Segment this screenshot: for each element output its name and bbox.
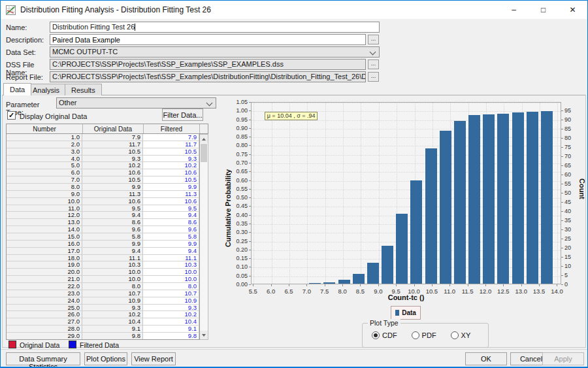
original-data-cell[interactable]: 9.4 bbox=[82, 212, 143, 218]
filtered-cell[interactable]: 8.0 bbox=[143, 283, 199, 290]
original-data-cell[interactable]: 10.6 bbox=[82, 169, 143, 176]
table-row[interactable]: 2.011.711.7 bbox=[7, 141, 199, 148]
number-cell[interactable]: 28.0 bbox=[7, 326, 82, 332]
number-cell[interactable]: 23.0 bbox=[7, 290, 82, 297]
number-cell[interactable]: 5.0 bbox=[7, 162, 82, 169]
table-row[interactable]: 1.07.97.9 bbox=[7, 134, 199, 141]
number-cell[interactable]: 14.0 bbox=[7, 226, 82, 233]
scroll-down-button[interactable] bbox=[200, 331, 208, 339]
filtered-cell[interactable]: 9.6 bbox=[143, 226, 199, 233]
table-row[interactable]: 16.09.99.9 bbox=[7, 241, 199, 248]
table-row[interactable]: 13.08.68.6 bbox=[7, 219, 199, 226]
number-cell[interactable]: 18.0 bbox=[7, 255, 82, 261]
original-data-cell[interactable]: 9.1 bbox=[82, 326, 143, 332]
original-data-cell[interactable]: 11.1 bbox=[82, 255, 143, 261]
number-cell[interactable]: 4.0 bbox=[7, 156, 82, 162]
original-data-cell[interactable]: 8.0 bbox=[82, 283, 143, 290]
filtered-cell[interactable]: 10.5 bbox=[143, 176, 199, 183]
table-row[interactable]: 21.010.010.0 bbox=[7, 276, 199, 283]
number-cell[interactable]: 25.0 bbox=[7, 305, 82, 311]
table-row[interactable]: 29.09.89.8 bbox=[7, 333, 199, 340]
plot-type-radio-pdf[interactable]: PDF bbox=[412, 331, 436, 339]
filtered-cell[interactable]: 10.6 bbox=[143, 169, 199, 176]
number-cell[interactable]: 27.0 bbox=[7, 318, 82, 325]
table-row[interactable]: 11.09.59.5 bbox=[7, 205, 199, 212]
filtered-cell[interactable]: 9.5 bbox=[143, 205, 199, 212]
table-row[interactable]: 7.010.510.5 bbox=[7, 176, 199, 184]
original-data-cell[interactable]: 10.3 bbox=[82, 261, 143, 268]
table-row[interactable]: 26.010.210.2 bbox=[7, 311, 199, 318]
original-data-cell[interactable]: 9.6 bbox=[82, 226, 143, 233]
number-cell[interactable]: 9.0 bbox=[7, 191, 82, 197]
number-cell[interactable]: 16.0 bbox=[7, 241, 82, 247]
filtered-cell[interactable]: 9.1 bbox=[143, 326, 199, 332]
filtered-cell[interactable]: 11.7 bbox=[143, 141, 199, 148]
filtered-cell[interactable]: 10.6 bbox=[143, 198, 199, 205]
original-data-cell[interactable]: 9.3 bbox=[82, 305, 143, 311]
view-report-button[interactable]: View Report bbox=[131, 352, 176, 365]
filtered-cell[interactable]: 11.3 bbox=[143, 191, 199, 197]
filtered-cell[interactable]: 11.1 bbox=[143, 255, 199, 261]
table-row[interactable]: 28.09.19.1 bbox=[7, 326, 199, 333]
filtered-cell[interactable]: 9.4 bbox=[143, 212, 199, 218]
table-row[interactable]: 22.08.08.0 bbox=[7, 283, 199, 290]
description-browse-button[interactable]: ... bbox=[368, 35, 379, 44]
scroll-up-button[interactable] bbox=[200, 135, 208, 143]
filtered-cell[interactable]: 10.7 bbox=[143, 290, 199, 297]
number-cell[interactable]: 2.0 bbox=[7, 141, 82, 148]
original-data-cell[interactable]: 10.9 bbox=[82, 297, 143, 304]
data-summary-statistics-button[interactable]: Data Summary Statistics bbox=[6, 352, 80, 365]
number-cell[interactable]: 15.0 bbox=[7, 233, 82, 240]
number-cell[interactable]: 12.0 bbox=[7, 212, 82, 218]
table-row[interactable]: 10.010.610.6 bbox=[7, 198, 199, 205]
plot-options-button[interactable]: Plot Options bbox=[84, 352, 127, 365]
tab-data[interactable]: Data bbox=[3, 83, 31, 95]
filtered-cell[interactable]: 9.8 bbox=[143, 333, 199, 339]
number-cell[interactable]: 20.0 bbox=[7, 269, 82, 275]
original-data-cell[interactable]: 10.0 bbox=[82, 276, 143, 282]
plot-type-radio-cdf[interactable]: CDF bbox=[372, 331, 397, 339]
filtered-cell[interactable]: 9.4 bbox=[143, 248, 199, 254]
filtered-cell[interactable]: 7.9 bbox=[143, 134, 199, 141]
original-data-cell[interactable]: 10.4 bbox=[82, 318, 143, 325]
number-cell[interactable]: 3.0 bbox=[7, 148, 82, 155]
close-button[interactable]: ✕ bbox=[558, 1, 587, 19]
original-data-cell[interactable]: 10.6 bbox=[82, 198, 143, 205]
filtered-cell[interactable]: 9.9 bbox=[143, 184, 199, 190]
tab-analysis[interactable]: Analysis bbox=[26, 84, 66, 95]
display-original-data-checkbox[interactable]: ✓ bbox=[7, 111, 16, 120]
apply-button[interactable]: Apply bbox=[542, 352, 584, 365]
scrollbar-thumb[interactable] bbox=[201, 144, 207, 162]
number-cell[interactable]: 13.0 bbox=[7, 219, 82, 226]
filtered-cell[interactable]: 10.3 bbox=[143, 261, 199, 268]
report-file-browse-button[interactable]: ... bbox=[368, 72, 379, 82]
table-row[interactable]: 5.010.210.2 bbox=[7, 162, 199, 169]
number-cell[interactable]: 29.0 bbox=[7, 333, 82, 339]
table-row[interactable]: 23.010.710.7 bbox=[7, 290, 199, 297]
original-data-cell[interactable]: 9.3 bbox=[82, 156, 143, 162]
filtered-cell[interactable]: 9.9 bbox=[143, 241, 199, 247]
table-row[interactable]: 27.010.410.4 bbox=[7, 318, 199, 326]
original-data-cell[interactable]: 10.0 bbox=[82, 269, 143, 275]
filtered-cell[interactable]: 5.8 bbox=[143, 233, 199, 240]
filtered-cell[interactable]: 10.0 bbox=[143, 269, 199, 275]
original-data-cell[interactable]: 9.9 bbox=[82, 241, 143, 247]
col-header-filtered[interactable]: Filtered bbox=[144, 124, 200, 133]
filtered-cell[interactable]: 9.3 bbox=[143, 156, 199, 162]
original-data-cell[interactable]: 5.8 bbox=[82, 233, 143, 240]
original-data-cell[interactable]: 11.7 bbox=[82, 141, 143, 148]
description-input[interactable] bbox=[52, 35, 363, 44]
number-cell[interactable]: 6.0 bbox=[7, 169, 82, 176]
original-data-cell[interactable]: 10.7 bbox=[82, 290, 143, 297]
original-data-cell[interactable]: 8.6 bbox=[82, 219, 143, 226]
table-row[interactable]: 9.011.311.3 bbox=[7, 191, 199, 198]
table-row[interactable]: 15.05.85.8 bbox=[7, 233, 199, 241]
table-row[interactable]: 8.09.99.9 bbox=[7, 184, 199, 191]
filtered-cell[interactable]: 10.4 bbox=[143, 318, 199, 325]
filtered-cell[interactable]: 10.5 bbox=[143, 148, 199, 155]
table-row[interactable]: 18.011.111.1 bbox=[7, 255, 199, 262]
name-input[interactable]: Distribution Fitting Test 26 bbox=[52, 23, 377, 31]
table-scrollbar[interactable] bbox=[200, 134, 208, 340]
original-data-cell[interactable]: 9.9 bbox=[82, 184, 143, 190]
minimize-button[interactable]: – bbox=[499, 1, 529, 19]
